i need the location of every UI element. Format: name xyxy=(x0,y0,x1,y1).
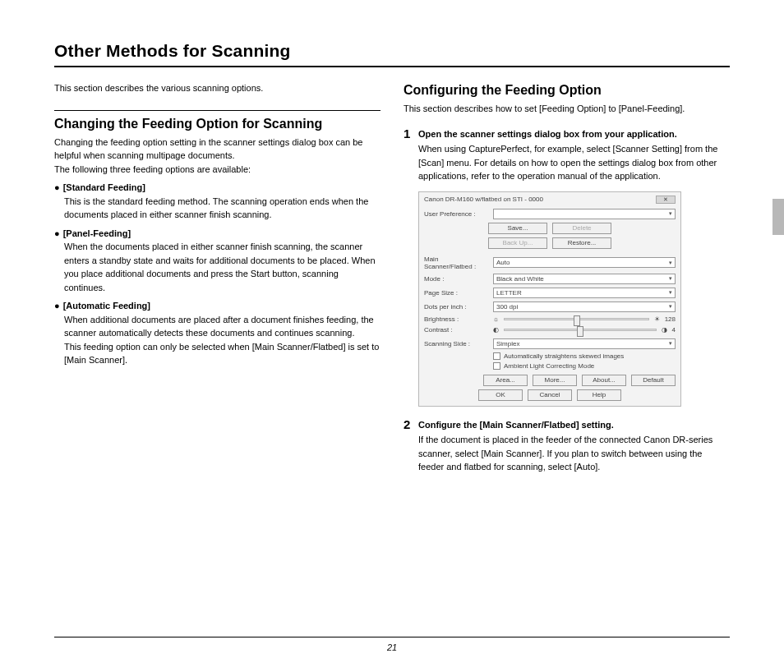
step-number: 2 xyxy=(404,418,418,474)
page-size-select: LETTER▾ xyxy=(493,288,676,298)
default-button: Default xyxy=(631,375,676,386)
chevron-down-icon: ▾ xyxy=(669,289,672,296)
close-icon: ✕ xyxy=(656,196,676,204)
contrast-low-icon: ◐ xyxy=(493,326,499,334)
area-button: Area... xyxy=(483,375,528,386)
intro-text: This section describes the various scann… xyxy=(54,82,380,95)
main-scanner-select: Auto▾ xyxy=(493,257,676,268)
user-pref-label: User Preference : xyxy=(424,210,488,218)
step-body: When using CapturePerfect, for example, … xyxy=(418,142,730,183)
dpi-label: Dots per inch : xyxy=(424,303,488,311)
sun-dim-icon: ☼ xyxy=(493,315,499,323)
chevron-down-icon: ▾ xyxy=(669,303,672,310)
bullet-item: ● [Automatic Feeding] xyxy=(54,299,380,313)
bullet-item: ● [Standard Feeding] xyxy=(54,181,380,195)
more-button: More... xyxy=(533,375,577,386)
mode-label: Mode : xyxy=(424,275,488,283)
brightness-value: 128 xyxy=(665,315,676,323)
step-2: 2 Configure the [Main Scanner/Flatbed] s… xyxy=(404,418,730,474)
contrast-value: 4 xyxy=(672,326,676,334)
dialog-title: Canon DR-M160 w/flatbed on STI - 0000 xyxy=(424,196,543,203)
bullet-item: ● [Panel-Feeding] xyxy=(54,227,380,241)
auto-straighten-label: Automatically straightens skewed images xyxy=(504,352,624,360)
scanner-settings-dialog: Canon DR-M160 w/flatbed on STI - 0000 ✕ … xyxy=(418,191,681,407)
step-title: Open the scanner settings dialog box fro… xyxy=(418,127,730,141)
scanning-side-label: Scanning Side : xyxy=(424,340,488,348)
bullet-title: [Panel-Feeding] xyxy=(63,227,380,241)
help-button: Help xyxy=(577,389,621,401)
brightness-label: Brightness : xyxy=(424,315,488,323)
contrast-label: Contrast : xyxy=(424,326,488,334)
mode-select: Black and White▾ xyxy=(493,274,676,284)
delete-button: Delete xyxy=(552,223,611,234)
restore-button: Restore... xyxy=(552,237,611,249)
bullet-body: When additional documents are placed aft… xyxy=(64,313,380,340)
bullet-body-extra: This feeding option can only be selected… xyxy=(64,340,380,367)
left-column: This section describes the various scann… xyxy=(54,82,380,474)
bullet-body: When the documents placed in either scan… xyxy=(64,240,380,294)
page-title: Other Methods for Scanning xyxy=(54,41,730,67)
dpi-select: 300 dpi▾ xyxy=(493,301,676,312)
right-column: Configuring the Feeding Option This sect… xyxy=(404,82,730,474)
main-scanner-label: Main Scanner/Flatbed : xyxy=(424,255,488,270)
section-heading-left: Changing the Feeding Option for Scanning xyxy=(54,116,380,132)
chevron-down-icon: ▾ xyxy=(669,210,672,217)
scanning-side-select: Simplex▾ xyxy=(493,338,676,349)
ambient-light-label: Ambient Light Correcting Mode xyxy=(504,362,594,370)
page-size-label: Page Size : xyxy=(424,289,488,297)
bullet-icon: ● xyxy=(54,181,60,195)
contrast-slider xyxy=(504,329,657,331)
chevron-down-icon: ▾ xyxy=(669,260,672,266)
user-pref-select: ▾ xyxy=(493,209,676,219)
sun-bright-icon: ☀ xyxy=(654,315,660,323)
step-1: 1 Open the scanner settings dialog box f… xyxy=(404,127,730,183)
checkbox-icon xyxy=(493,362,500,370)
contrast-high-icon: ◑ xyxy=(662,326,667,334)
backup-button: Back Up... xyxy=(488,237,547,249)
brightness-slider xyxy=(504,318,648,320)
bullet-title: [Automatic Feeding] xyxy=(63,299,380,313)
left-lead-2: The following three feeding options are … xyxy=(54,163,380,177)
step-number: 1 xyxy=(404,127,418,183)
step-title: Configure the [Main Scanner/Flatbed] set… xyxy=(418,418,730,432)
page-footer: 21 xyxy=(54,637,730,652)
bullet-icon: ● xyxy=(54,227,60,241)
step-body: If the document is placed in the feeder … xyxy=(418,433,730,474)
page-number: 21 xyxy=(387,642,397,652)
bullet-body: This is the standard feeding method. The… xyxy=(64,195,380,222)
ok-button: OK xyxy=(478,389,523,401)
cancel-button: Cancel xyxy=(528,389,572,401)
section-heading-right: Configuring the Feeding Option xyxy=(404,82,730,99)
chevron-down-icon: ▾ xyxy=(669,275,672,282)
edge-tab xyxy=(772,199,784,235)
bullet-title: [Standard Feeding] xyxy=(63,181,380,195)
section-rule xyxy=(54,110,380,111)
bullet-icon: ● xyxy=(54,299,60,313)
right-lead: This section describes how to set [Feedi… xyxy=(404,102,730,116)
about-button: About... xyxy=(582,375,626,386)
chevron-down-icon: ▾ xyxy=(669,340,672,347)
save-button: Save... xyxy=(488,223,547,234)
left-lead-1: Changing the feeding option setting in t… xyxy=(54,136,380,163)
checkbox-icon xyxy=(493,352,500,360)
